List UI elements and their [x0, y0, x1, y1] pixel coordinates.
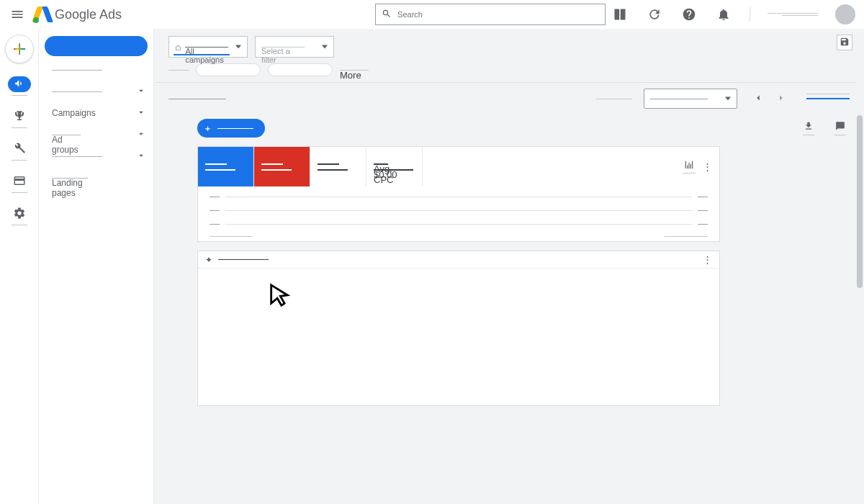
card-icon	[13, 174, 26, 189]
more-vert-icon: ⋮	[703, 161, 712, 172]
save-report-button[interactable]	[837, 35, 852, 50]
rail-goals[interactable]: Goals	[5, 109, 34, 128]
account-selector-label: All campaigns	[185, 47, 228, 48]
search-input[interactable]	[397, 10, 599, 19]
search-box[interactable]	[375, 4, 606, 25]
refresh-icon[interactable]	[646, 6, 663, 23]
help-icon[interactable]	[680, 6, 698, 23]
user-avatar[interactable]	[835, 4, 855, 24]
recommendations-panel: ✦ Recommendations ⋮	[197, 251, 720, 406]
breadcrumb-tail[interactable]: More	[340, 70, 369, 71]
sidenav-insights[interactable]: Insights	[39, 81, 153, 102]
sparkle-icon: ✦	[205, 255, 212, 265]
sidenav-landing-pages-label: Landing pages	[52, 178, 88, 179]
side-nav: Overview Recommendations Insights Campai…	[39, 29, 154, 504]
card-more-button[interactable]: ⋮	[703, 161, 712, 172]
expand-chart-button[interactable]	[683, 161, 696, 174]
chevron-down-icon	[136, 86, 146, 98]
account-id: 123-456-7890	[782, 15, 818, 16]
rail-admin-label: Admin	[12, 225, 27, 225]
breadcrumb-chip-2[interactable]: Search	[268, 63, 333, 76]
ads-logo-icon	[35, 6, 50, 22]
save-icon	[840, 37, 850, 49]
metric-tab-cpc-value: $0.00	[374, 169, 413, 171]
account-name: Account	[768, 13, 818, 14]
megaphone-icon	[14, 78, 25, 91]
create-button[interactable]	[5, 35, 34, 63]
chart-footer: Start Today	[198, 236, 719, 241]
metric-tab-clicks[interactable]: Clicks 0	[198, 147, 254, 186]
breadcrumb: All Enabled Search More	[154, 60, 864, 82]
filter-selector[interactable]: Select a filter	[255, 36, 334, 58]
header-separator	[750, 7, 750, 22]
filter-hint: Filter	[596, 99, 632, 99]
sidenav-insights-label: Insights	[52, 91, 102, 92]
chevron-down-icon	[136, 129, 146, 141]
chart-icon	[684, 160, 694, 172]
scrollbar-thumb[interactable]	[857, 115, 863, 288]
account-selector[interactable]: All campaigns	[168, 36, 248, 58]
sidenav-ad-groups-label: Ad groups	[52, 135, 81, 135]
appearance-icon[interactable]	[611, 6, 629, 23]
metric-tab-ctr-label: CTR	[318, 163, 339, 165]
breadcrumb-chip-1[interactable]: Enabled	[196, 63, 261, 76]
scope-selectors: All campaigns Select a filter	[154, 29, 864, 60]
card-tools: ⋮	[675, 147, 719, 186]
metric-tab-clicks-label: Clicks	[205, 163, 227, 165]
plus-icon: ＋	[203, 124, 212, 132]
sidenav-overview[interactable]: Overview	[45, 36, 148, 56]
rail-billing-label: Billing	[12, 192, 27, 193]
chart-body: 00	[198, 186, 719, 236]
notifications-icon[interactable]	[715, 6, 732, 23]
vertical-scrollbar[interactable]	[855, 29, 864, 504]
date-pager	[749, 89, 791, 108]
rail-goals-label: Goals	[12, 127, 27, 128]
sidenav-ad-groups[interactable]: Ad groups	[39, 124, 153, 145]
y-tick: 0	[210, 197, 220, 197]
sidenav-landing-pages[interactable]: Landing pages	[39, 167, 153, 189]
date-prev-button[interactable]	[749, 89, 768, 108]
metric-tab-impr[interactable]: Impr. 0	[254, 147, 310, 186]
chevron-left-icon	[753, 93, 763, 105]
more-vert-icon: ⋮	[703, 254, 712, 265]
app-header: Google Ads Account 123-456-7890	[0, 0, 864, 29]
menu-icon[interactable]	[9, 6, 26, 23]
sidenav-recommendations[interactable]: Recommendations	[39, 59, 153, 81]
metric-tab-clicks-value: 0	[205, 169, 235, 171]
rail-tools[interactable]: Tools	[5, 141, 34, 161]
panel-title: Recommendations	[218, 259, 269, 260]
download-button[interactable]: Download	[799, 121, 818, 135]
feedback-button[interactable]: Feedback	[831, 121, 850, 135]
rail-campaigns[interactable]: Campaigns	[5, 76, 34, 96]
account-switcher[interactable]: Account 123-456-7890	[768, 13, 818, 16]
new-campaign-button[interactable]: ＋ New campaign	[197, 119, 265, 138]
chevron-right-icon	[776, 93, 786, 105]
section-title: Campaigns	[168, 99, 226, 99]
breadcrumb-root[interactable]: All	[168, 70, 189, 71]
sidenav-campaigns[interactable]: Campaigns	[39, 102, 153, 124]
main-area: All campaigns Select a filter All Enable…	[154, 29, 864, 504]
summary-card: Clicks 0 Impr. 0 CTR 0% Avg. CPC $0.00 ⋮	[197, 146, 720, 242]
metric-tab-ctr[interactable]: CTR 0%	[310, 147, 366, 186]
date-range-selector[interactable]: Last 30 days	[644, 89, 737, 109]
metric-tab-impr-value: 0	[261, 169, 292, 171]
metric-tab-cpc[interactable]: Avg. CPC $0.00	[366, 147, 423, 186]
download-label: Download	[803, 135, 814, 135]
panel-header: ✦ Recommendations ⋮	[198, 251, 719, 269]
feedback-icon	[835, 121, 845, 133]
rail-billing[interactable]: Billing	[5, 174, 34, 193]
rail-admin[interactable]: Admin	[5, 206, 34, 225]
sidenav-ads-assets[interactable]: Ads & assets	[39, 145, 153, 167]
date-next-button[interactable]	[772, 89, 791, 108]
product-logo[interactable]: Google Ads	[35, 6, 122, 22]
trophy-icon	[13, 109, 26, 125]
header-tools: Account 123-456-7890	[611, 4, 855, 24]
download-icon	[804, 121, 814, 133]
y-tick-r: 0	[698, 197, 708, 197]
panel-more-button[interactable]: ⋮	[703, 254, 712, 265]
rail-tools-label: Tools	[12, 160, 27, 161]
product-name: Google Ads	[55, 7, 122, 22]
icon-rail: Campaigns Goals Tools Billing Admin	[0, 29, 39, 504]
sidenav-ads-assets-label: Ads & assets	[52, 156, 102, 157]
compare-toggle[interactable]: Compare	[806, 98, 850, 99]
